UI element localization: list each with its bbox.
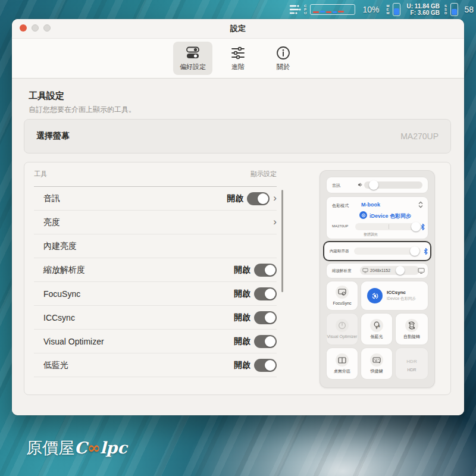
tool-row-7[interactable]: 低藍光開啟 [34, 353, 277, 377]
toggle-state-label: 開啟 [227, 193, 243, 204]
bulb-icon: B [370, 319, 383, 332]
toggle-state-label: 開啟 [234, 265, 250, 275]
preview-scaling-card: 縮放解析度 2048x1152 [327, 264, 428, 278]
preview-card--[interactable]: 桌面分區 [327, 348, 358, 379]
tool-row-label: 內建亮度 [43, 241, 77, 252]
tool-row-4[interactable]: FocuSync開啟 [34, 282, 277, 306]
toggle-switch[interactable] [254, 359, 277, 372]
preview-volume-slider[interactable] [364, 181, 422, 189]
screen-select-value: MA270UP [400, 131, 439, 141]
zoom-button[interactable] [43, 24, 51, 32]
ssd-label: SSD [444, 4, 447, 15]
idevice-sync-icon [359, 211, 367, 219]
stepper-icon[interactable] [418, 201, 423, 208]
preview-color-card: 色彩模式 M-book iDevice 色彩同步 MA270UP [327, 197, 428, 239]
preview-card-visual-optimizer[interactable]: Visual Optimizer [327, 314, 358, 345]
card-label: FocuSync [333, 301, 351, 306]
bluetooth-icon [421, 224, 425, 230]
toggles-icon [185, 46, 201, 60]
display-large-icon [418, 268, 425, 274]
tool-row-1[interactable]: 亮度› [34, 211, 277, 234]
tool-row-0[interactable]: 音訊開啟› [34, 187, 277, 211]
toggle-switch[interactable] [247, 192, 270, 205]
tools-list: 音訊開啟›亮度›內建亮度縮放解析度開啟FocuSync開啟ICCsync開啟Vi… [34, 187, 277, 377]
tool-row-controls: 開啟 [234, 311, 277, 324]
preview-card-hdr[interactable]: HDRHDR [396, 348, 428, 379]
idevice-sync-text[interactable]: iDevice 色彩同步 [369, 212, 411, 220]
coolpc-watermark: 原價屋C∞lpc [26, 437, 127, 459]
toggle-state-label: 開啟 [234, 312, 250, 323]
tool-row-label: 音訊 [43, 193, 60, 204]
tool-row-controls: 開啟› [227, 192, 277, 205]
tool-row-label: 亮度 [43, 217, 60, 228]
tools-header-left: 工具 [34, 170, 47, 178]
tab-preferences[interactable]: 偏好設定 [173, 42, 212, 75]
monitor-brightness-slider[interactable] [355, 223, 422, 230]
ssd-percent: 58 [464, 5, 474, 14]
power-circle-icon [336, 319, 349, 332]
infinity-glyph: ∞ [87, 439, 101, 457]
section-title: 工具設定 [29, 90, 64, 102]
card-text: ICCsynciDevice 色彩同步 [387, 290, 416, 302]
preview-card--[interactable]: 自動旋轉 [396, 314, 428, 345]
preview-card--[interactable]: B低藍光 [361, 314, 392, 345]
close-button[interactable] [20, 24, 27, 32]
chevron-right-icon: › [273, 193, 277, 203]
tool-row-label: ICCsync [43, 313, 75, 322]
builtin-brightness-slider[interactable] [354, 248, 421, 255]
preview-card-focusync[interactable]: FocuSync [327, 281, 358, 310]
tab-label: 進階 [231, 62, 245, 71]
tool-row-label: 低藍光 [43, 360, 68, 371]
tool-row-5[interactable]: ICCsync開啟 [34, 306, 277, 330]
scrollbar-thumb[interactable] [281, 190, 283, 292]
tool-row-2[interactable]: 內建亮度 [34, 234, 277, 258]
traffic-lights [20, 24, 51, 32]
menu-bar: CPU 10% MEM U: 11.84 GB F: 3.60 GB SSD 5… [0, 0, 476, 19]
cpu-label: CPU [304, 4, 306, 15]
card-label: 低藍光 [371, 334, 383, 339]
preview-builtin-card[interactable]: 內建顯示器 [324, 242, 430, 260]
color-mode-value[interactable]: M-book [361, 202, 380, 208]
tool-row-controls: 開啟 [234, 359, 277, 372]
title-bar[interactable]: 設定 [12, 19, 464, 38]
tab-about[interactable]: 關於 [264, 42, 303, 75]
tool-row-3[interactable]: 縮放解析度開啟 [34, 258, 277, 282]
toggle-state-label: 開啟 [234, 289, 250, 299]
preview-card--[interactable]: 快捷鍵 [361, 348, 392, 379]
svg-text:B: B [378, 325, 380, 328]
tools-header-right: 顯示設定 [250, 170, 277, 178]
tool-row-label: Visual Optimizer [43, 337, 104, 346]
tab-label: 偏好設定 [180, 62, 206, 71]
menubar-ssd-widget[interactable]: SSD 58 [444, 3, 474, 16]
toggle-switch[interactable] [254, 264, 277, 277]
tool-row-controls: 開啟 [234, 335, 277, 348]
preview-card-iccsync[interactable]: ICCsynciDevice 色彩同步 [361, 281, 428, 310]
tab-advanced[interactable]: 進階 [218, 42, 258, 75]
minimize-button[interactable] [32, 24, 39, 32]
menubar-mem-widget[interactable]: MEM U: 11.84 GB F: 3.60 GB [386, 3, 442, 16]
tool-row-6[interactable]: Visual Optimizer開啟 [34, 330, 277, 353]
display-small-icon [362, 268, 368, 273]
toggle-switch[interactable] [254, 335, 277, 348]
color-mode-label: 色彩模式 [332, 203, 349, 209]
toggle-state-label: 開啟 [234, 336, 250, 347]
scaling-knob[interactable] [396, 266, 405, 275]
monitor-moon-icon [336, 286, 349, 299]
mem-label: MEM [386, 4, 389, 15]
toggle-switch[interactable] [254, 311, 277, 324]
menubar-cpu-widget[interactable]: CPU 10% [304, 4, 384, 15]
builtin-brightness-knob[interactable] [410, 246, 419, 256]
toggle-switch[interactable] [254, 287, 277, 300]
mem-meter [393, 3, 400, 16]
monitor-brightness-knob[interactable] [411, 222, 421, 231]
volume-knob[interactable] [369, 180, 378, 190]
screen-select-row[interactable]: 選擇螢幕 MA270UP [24, 119, 451, 154]
tab-bar: 偏好設定 進階 關於 [12, 38, 464, 79]
preview-audio-label: 音訊 [332, 183, 340, 189]
menubar-app-icon[interactable] [289, 4, 302, 15]
tool-row-controls: 開啟 [234, 264, 277, 277]
card-label: 快捷鍵 [371, 369, 383, 374]
chevron-right-icon: › [273, 217, 277, 227]
card-label: 自動旋轉 [403, 334, 420, 339]
scaling-slider[interactable]: 2048x1152 [360, 266, 419, 275]
